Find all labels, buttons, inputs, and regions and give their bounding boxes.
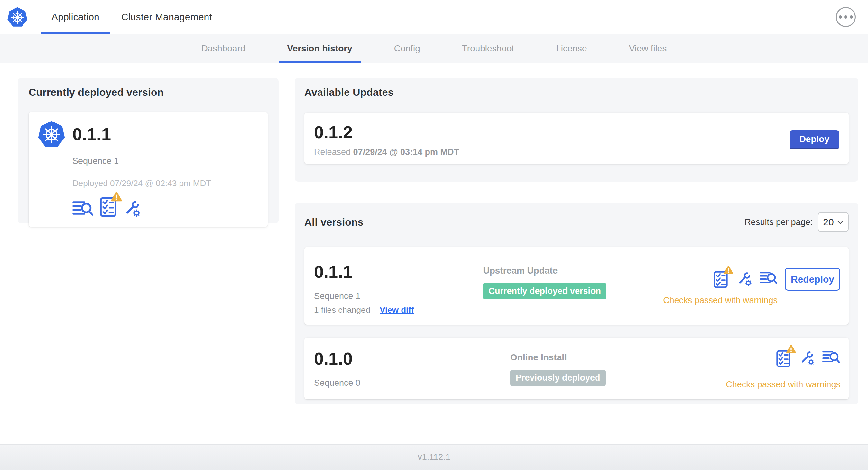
update-version-number: 0.1.2: [314, 122, 459, 142]
tab-cluster-management[interactable]: Cluster Management: [110, 0, 223, 34]
available-updates-title: Available Updates: [304, 87, 849, 98]
files-changed-label: 1 files changed: [314, 305, 370, 315]
console-version-text: v1.112.1: [417, 452, 451, 462]
current-version-deployed-date: Deployed 07/29/24 @ 02:43 pm MDT: [72, 178, 259, 189]
checks-status-text: Checks passed with warnings: [726, 380, 840, 390]
ellipsis-menu-icon[interactable]: [836, 7, 856, 27]
deploy-button[interactable]: Deploy: [790, 130, 839, 149]
tab-version-history[interactable]: Version history: [279, 34, 361, 63]
version-row: 0.1.0 Sequence 0 Online Install Previous…: [304, 338, 849, 399]
app-header: Application Cluster Management: [0, 0, 868, 34]
kubernetes-app-icon: [38, 120, 65, 148]
available-updates-card: Available Updates 0.1.2 Released 07/29/2…: [295, 78, 858, 181]
currently-deployed-version-card: 0.1.1 Sequence 1 Deployed 07/29/24 @ 02:…: [29, 112, 268, 227]
app-subnav: Dashboard Version history Config Trouble…: [0, 34, 868, 63]
redeploy-button[interactable]: Redeploy: [785, 268, 840, 291]
app-footer: v1.112.1: [0, 444, 868, 470]
results-per-page-select[interactable]: 20: [818, 212, 849, 232]
tab-troubleshoot[interactable]: Troubleshoot: [453, 34, 523, 63]
file-diff-search-icon[interactable]: [760, 271, 778, 286]
version-row: 0.1.1 Sequence 1 1 files changed View di…: [304, 247, 849, 325]
tab-dashboard[interactable]: Dashboard: [193, 34, 254, 63]
tab-view-files[interactable]: View files: [620, 34, 676, 63]
all-versions-card: All versions Results per page: 20 0.1.1 …: [295, 203, 858, 404]
version-source-type: Online Install: [510, 352, 719, 363]
results-per-page-label: Results per page:: [744, 217, 813, 227]
checks-status-text: Checks passed with warnings: [663, 296, 778, 305]
currently-deployed-title: Currently deployed version: [29, 87, 268, 98]
preflight-checklist-icon[interactable]: [776, 350, 791, 367]
row-sequence: Sequence 0: [314, 378, 510, 388]
all-versions-title: All versions: [304, 216, 364, 228]
chevron-down-icon: [837, 220, 843, 224]
view-diff-link[interactable]: View diff: [380, 305, 414, 315]
warning-triangle-icon: [723, 266, 733, 274]
row-sequence: Sequence 1: [314, 291, 483, 301]
tab-config[interactable]: Config: [385, 34, 429, 63]
current-version-number: 0.1.1: [72, 124, 111, 144]
deployed-status-badge: Currently deployed version: [483, 283, 607, 299]
row-version-number: 0.1.0: [314, 348, 510, 368]
warning-triangle-icon: [111, 192, 122, 202]
main-content: Currently deployed version: [0, 63, 868, 444]
currently-deployed-card: Currently deployed version: [18, 78, 279, 224]
file-diff-search-icon[interactable]: [822, 350, 840, 365]
preflight-checklist-icon[interactable]: [99, 197, 117, 217]
update-released-date: Released 07/29/24 @ 03:14 pm MDT: [314, 147, 459, 157]
tab-application[interactable]: Application: [40, 0, 110, 34]
wrench-gear-config-icon[interactable]: [736, 271, 752, 287]
tab-license[interactable]: License: [547, 34, 596, 63]
deployed-status-badge: Previously deployed: [510, 370, 606, 386]
kubernetes-logo-icon: [7, 7, 28, 27]
preflight-checklist-icon[interactable]: [713, 271, 728, 289]
wrench-gear-config-icon[interactable]: [799, 350, 815, 366]
wrench-gear-config-icon[interactable]: [123, 199, 141, 217]
version-source-type: Upstream Update: [483, 266, 663, 276]
warning-triangle-icon: [786, 345, 796, 353]
current-version-sequence: Sequence 1: [72, 156, 259, 166]
row-version-number: 0.1.1: [314, 262, 483, 281]
available-update-row: 0.1.2 Released 07/29/24 @ 03:14 pm MDT D…: [304, 112, 849, 164]
file-diff-search-icon[interactable]: [72, 200, 94, 217]
